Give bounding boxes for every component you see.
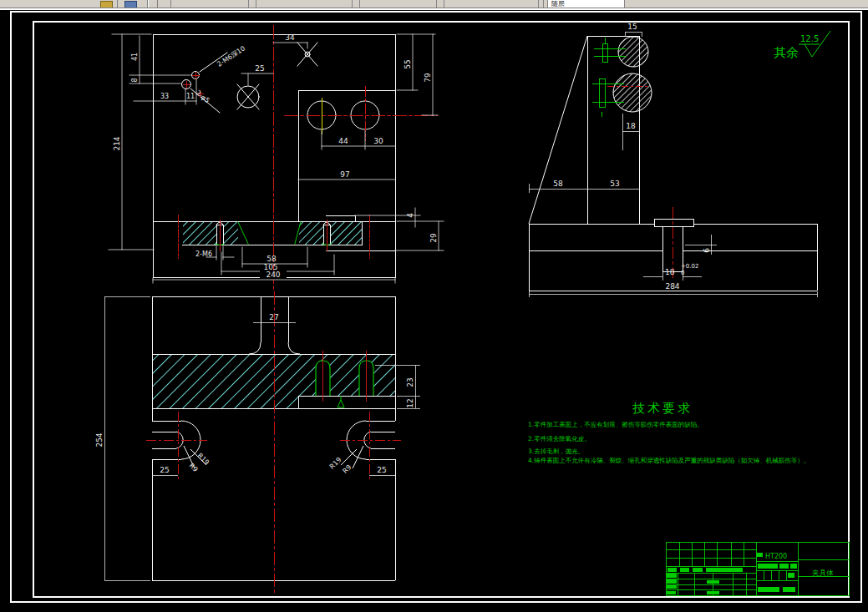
tech-req-title: 技术要求 xyxy=(632,401,693,416)
svg-text:97: 97 xyxy=(340,170,349,179)
tech-req-item: 3.去掉毛刺，抛光。 xyxy=(528,448,584,455)
svg-text:8: 8 xyxy=(131,78,139,82)
svg-text:55: 55 xyxy=(404,59,412,68)
tech-req-item: 4.铸件表面上不允许有冷隔、裂纹、缩孔和穿透性缺陷及严重的残缺类缺陷（如欠铸、机… xyxy=(528,457,810,464)
svg-text:58: 58 xyxy=(553,180,563,188)
svg-text:2-M6: 2-M6 xyxy=(195,250,212,258)
svg-text:30: 30 xyxy=(373,137,383,145)
svg-text:+0.02: +0.02 xyxy=(681,263,698,270)
cad-application: 随层 xyxy=(0,0,868,612)
svg-text:23: 23 xyxy=(406,377,414,387)
svg-text:27: 27 xyxy=(269,313,278,321)
svg-text:11: 11 xyxy=(186,93,195,100)
svg-text:4: 4 xyxy=(406,213,414,218)
svg-text:53: 53 xyxy=(610,180,619,188)
svg-text:12: 12 xyxy=(406,398,414,407)
svg-text:6: 6 xyxy=(703,248,711,253)
svg-text:0: 0 xyxy=(681,270,684,276)
svg-text:25: 25 xyxy=(377,466,386,474)
svg-text:18: 18 xyxy=(665,268,675,276)
svg-text:254: 254 xyxy=(95,432,104,447)
svg-text:33: 33 xyxy=(160,93,169,100)
cad-drawing-canvas[interactable]: 214 41 8 33 11 2-M6深10 2-φ5 34 25 55 79 … xyxy=(0,0,868,612)
svg-text:25: 25 xyxy=(160,466,169,474)
part-name-label: 夹具体 xyxy=(812,569,834,577)
svg-text:18: 18 xyxy=(626,122,636,130)
svg-text:58: 58 xyxy=(266,255,277,263)
svg-text:214: 214 xyxy=(113,136,121,150)
surface-note-value: 12.5 xyxy=(800,34,819,43)
svg-text:25: 25 xyxy=(255,64,264,73)
svg-text:15: 15 xyxy=(627,23,637,31)
tech-req-item: 1.零件加工表面上，不应有划痕、擦伤等损伤零件表面的缺陷。 xyxy=(528,421,703,428)
svg-text:79: 79 xyxy=(424,73,432,83)
svg-text:240: 240 xyxy=(266,271,280,279)
svg-text:284: 284 xyxy=(665,282,679,291)
tech-req-item: 2.零件须去除氧化皮。 xyxy=(528,435,591,443)
svg-text:29: 29 xyxy=(429,233,438,243)
svg-text:41: 41 xyxy=(131,53,139,61)
material-label: HT200 xyxy=(765,553,787,560)
svg-text:44: 44 xyxy=(338,137,348,145)
svg-text:34: 34 xyxy=(285,33,295,42)
surface-note-prefix: 其余 xyxy=(774,45,799,60)
